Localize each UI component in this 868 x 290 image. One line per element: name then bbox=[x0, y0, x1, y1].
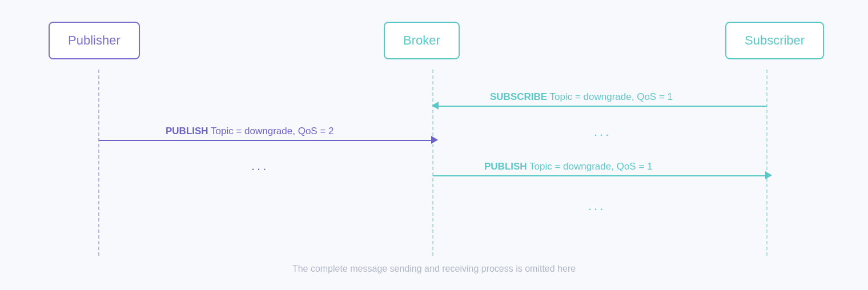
footer-note: The complete message sending and receivi… bbox=[292, 264, 576, 274]
actor-publisher: Publisher bbox=[49, 22, 140, 59]
lifeline-subscriber bbox=[766, 70, 767, 256]
ellipsis-3: ... bbox=[588, 199, 605, 214]
actor-subscriber: Subscriber bbox=[725, 22, 824, 59]
ellipsis-2: ... bbox=[251, 159, 268, 174]
subscriber-label: Subscriber bbox=[745, 33, 805, 47]
publish1-arrow-line bbox=[99, 140, 432, 141]
subscribe-label: SUBSCRIBE Topic = downgrade, QoS = 1 bbox=[490, 91, 673, 103]
publish1-arrowhead bbox=[431, 136, 438, 144]
broker-label: Broker bbox=[403, 33, 440, 47]
publish2-arrow-line bbox=[433, 175, 767, 176]
publish2-label: PUBLISH Topic = downgrade, QoS = 1 bbox=[484, 161, 653, 172]
publish2-arrowhead bbox=[765, 171, 772, 179]
lifeline-broker bbox=[432, 70, 433, 256]
publish1-bold: PUBLISH bbox=[166, 126, 208, 136]
subscribe-rest: Topic = downgrade, QoS = 1 bbox=[547, 91, 673, 102]
actor-broker: Broker bbox=[384, 22, 460, 59]
publish1-rest: Topic = downgrade, QoS = 2 bbox=[208, 126, 334, 136]
subscribe-arrowhead bbox=[432, 102, 439, 110]
ellipsis-1: ... bbox=[594, 124, 611, 139]
diagram-container: Publisher Broker Subscriber SUBSCRIBE To… bbox=[0, 0, 868, 290]
publisher-label: Publisher bbox=[68, 33, 120, 47]
lifeline-publisher bbox=[98, 70, 99, 256]
publish2-rest: Topic = downgrade, QoS = 1 bbox=[527, 161, 653, 172]
publish2-bold: PUBLISH bbox=[484, 161, 527, 172]
subscribe-bold: SUBSCRIBE bbox=[490, 91, 547, 102]
publish1-label: PUBLISH Topic = downgrade, QoS = 2 bbox=[166, 126, 334, 137]
subscribe-arrow-line bbox=[433, 106, 767, 107]
